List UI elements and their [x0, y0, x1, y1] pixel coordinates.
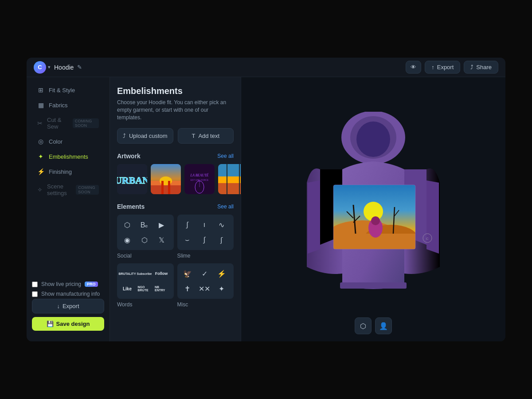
add-text-button[interactable]: T Add text	[178, 128, 234, 144]
svg-rect-17	[218, 183, 241, 194]
hoodie-preview-canvas: C	[298, 112, 449, 307]
upload-icon: ⤴	[123, 133, 126, 139]
follow-word-icon[interactable]: Follow	[155, 267, 168, 280]
export-down-icon: ↓	[57, 303, 60, 309]
panel-title: Embelishments	[117, 86, 234, 96]
save-design-button[interactable]: 💾 Save design	[32, 317, 104, 331]
cut-sew-icon: ✂	[37, 120, 43, 127]
slime-2-icon[interactable]: ı	[198, 218, 211, 231]
slime-1-icon[interactable]: ∫	[181, 218, 194, 231]
svg-rect-4	[151, 184, 181, 194]
text-icon: T	[192, 133, 195, 139]
dribbble-icon[interactable]: ◉	[121, 233, 134, 246]
coming-soon-badge: COMING SOON	[73, 118, 99, 128]
cube-icon: ⬡	[360, 322, 366, 330]
logo-area[interactable]: C ▾	[34, 61, 51, 74]
eye-icon: 👁	[411, 64, 416, 70]
artwork-grid: URBAN URBAN	[117, 164, 234, 194]
person-icon: 👤	[379, 322, 388, 330]
social-elements-group: ⬡ Bₑ ▶ ◉ ⬡ 𝕏	[117, 215, 174, 250]
show-manufacturing-row: Show manufacturing info	[32, 289, 104, 299]
artwork-item-3[interactable]: LA BEAUTÉ EST UNE FORCE	[184, 164, 215, 194]
slime-elements-group: ∫ ı ∿ ⌣ ∫ ʃ	[177, 215, 234, 250]
words-elements-group: BRUTALITY Subscribe Follow Like NGO BRUT…	[117, 263, 174, 299]
svg-point-23	[356, 121, 390, 157]
sidebar-item-scene-settings: ✧ Scene settings COMING SOON	[30, 180, 106, 200]
elements-see-all[interactable]: See all	[217, 203, 234, 210]
discord-icon[interactable]: ⬡	[121, 218, 134, 231]
sidebar-item-cut-sew: ✂ Cut & Sew COMING SOON	[30, 113, 106, 133]
cross-icon[interactable]: ✝	[181, 282, 194, 295]
artwork-section-title: Artwork	[117, 153, 141, 160]
save-icon: 💾	[47, 321, 54, 327]
svg-point-36	[371, 216, 380, 225]
brutality-word-icon[interactable]: BRUTALITY	[121, 267, 134, 280]
scene-coming-soon-badge: COMING SOON	[76, 185, 99, 195]
sidebar-item-fit-style[interactable]: ⊞ Fit & Style	[30, 83, 106, 97]
fit-style-icon: ⊞	[37, 86, 44, 94]
instagram-icon[interactable]: ⬡	[138, 233, 151, 246]
elements-section-title: Elements	[117, 203, 145, 210]
misc-6-icon[interactable]: ✦	[215, 282, 228, 295]
sidebar-export-button[interactable]: ↓ Export	[32, 299, 104, 313]
like-word-icon[interactable]: Like	[121, 282, 134, 295]
svg-rect-8	[168, 181, 170, 194]
sidebar-item-embelishments[interactable]: ✦ Embelishments	[30, 149, 106, 164]
checkmark-icon[interactable]: ✓	[198, 267, 211, 280]
svg-rect-24	[340, 282, 407, 289]
finishing-icon: ⚡	[37, 168, 44, 175]
edit-icon[interactable]: ✎	[77, 64, 82, 70]
scene-settings-icon: ✧	[37, 186, 43, 193]
project-name: Hoodie	[54, 64, 74, 71]
youtube-icon[interactable]: ▶	[155, 218, 168, 231]
artwork-item-2[interactable]	[151, 164, 181, 194]
share-icon: ⤴	[470, 64, 473, 70]
slime-3-icon[interactable]: ∿	[215, 218, 228, 231]
rotate-3d-button[interactable]: ⬡	[355, 317, 372, 334]
sidebar-item-color[interactable]: ◎ Color	[30, 134, 106, 149]
show-live-pricing-row: Show live pricing PRO	[32, 279, 104, 289]
subscribe-word-icon[interactable]: Subscribe	[138, 267, 151, 280]
embelishments-icon: ✦	[37, 153, 44, 160]
fabrics-icon: ▦	[37, 102, 44, 109]
logo-chevron-icon: ▾	[48, 64, 51, 70]
slime-5-icon[interactable]: ∫	[198, 233, 211, 246]
social-label: Social	[117, 253, 174, 259]
behance-icon[interactable]: Bₑ	[138, 218, 151, 231]
sidebar-item-fabrics[interactable]: ▦ Fabrics	[30, 98, 106, 112]
xx-icon[interactable]: ✕✕	[198, 282, 211, 295]
misc-label: Misc	[177, 301, 234, 308]
svg-rect-16	[218, 176, 241, 183]
show-live-pricing-checkbox[interactable]	[32, 282, 38, 287]
lightning-icon[interactable]: ⚡	[215, 267, 228, 280]
artwork-see-all[interactable]: See all	[217, 153, 234, 159]
svg-rect-7	[161, 181, 164, 194]
export-icon: ↑	[431, 64, 434, 70]
preview-controls: ⬡ 👤	[355, 317, 392, 334]
artwork-item-4[interactable]	[218, 164, 241, 194]
color-icon: ◎	[37, 138, 44, 145]
preview-button[interactable]: 👁	[406, 61, 421, 74]
sidebar-item-finishing[interactable]: ⚡ Finishing	[30, 164, 106, 179]
wing-icon[interactable]: 🦅	[181, 267, 194, 280]
logo-icon: C	[34, 61, 46, 74]
export-button[interactable]: ↑ Export	[425, 61, 460, 74]
slime-label: Slime	[177, 253, 234, 259]
slime-6-icon[interactable]: ʃ	[215, 233, 228, 246]
slime-4-icon[interactable]: ⌣	[181, 233, 194, 246]
words-label: Words	[117, 301, 174, 308]
avatar-button[interactable]: 👤	[375, 317, 392, 334]
twitter-icon[interactable]: 𝕏	[155, 233, 168, 246]
panel-description: Choose your Hoodie fit. You can either p…	[117, 99, 234, 121]
ngo-brute-icon[interactable]: NGO BRUTE	[138, 282, 151, 295]
upload-custom-button[interactable]: ⤴ Upload custom	[117, 128, 173, 144]
show-manufacturing-checkbox[interactable]	[32, 291, 38, 297]
svg-rect-15	[218, 164, 241, 176]
share-button[interactable]: ⤴ Share	[464, 61, 498, 74]
misc-elements-group: 🦅 ✓ ⚡ ✝ ✕✕ ✦	[177, 263, 234, 299]
svg-text:LA BEAUTÉ: LA BEAUTÉ	[190, 173, 209, 177]
nb-entry-icon[interactable]: NB ENTRY	[155, 282, 168, 295]
artwork-item-1[interactable]: URBAN URBAN	[117, 164, 147, 194]
svg-text:URBAN: URBAN	[117, 175, 147, 186]
svg-text:C: C	[426, 237, 429, 241]
